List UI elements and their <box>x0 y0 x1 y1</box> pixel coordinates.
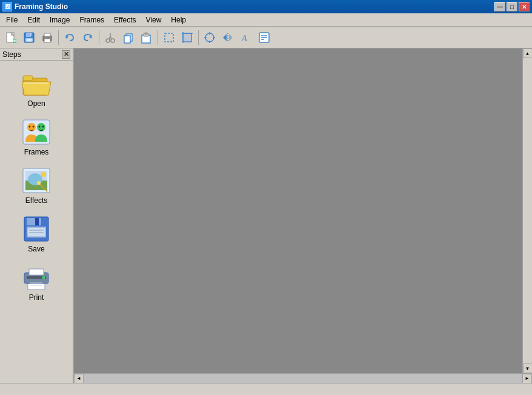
svg-rect-70 <box>29 269 44 275</box>
toolbar-redo-button[interactable] <box>79 29 96 46</box>
toolbar-flip-button[interactable] <box>219 29 236 46</box>
svg-point-53 <box>42 126 44 128</box>
steps-content: Open <box>0 61 73 310</box>
app-title: Framing Studio <box>15 2 68 11</box>
svg-point-51 <box>37 123 45 131</box>
svg-point-48 <box>27 123 36 131</box>
menu-effects[interactable]: Effects <box>109 15 141 25</box>
step-print[interactable]: Print <box>6 261 67 304</box>
svg-point-15 <box>49 37 50 38</box>
maximize-button[interactable]: □ <box>507 2 517 12</box>
menu-image[interactable]: Image <box>45 15 75 25</box>
menu-frames[interactable]: Frames <box>75 15 109 25</box>
svg-rect-63 <box>27 218 41 225</box>
svg-rect-8 <box>26 33 31 37</box>
canvas-area[interactable] <box>74 48 522 373</box>
toolbar-sep-3 <box>158 30 158 45</box>
menu-file[interactable]: File <box>1 15 22 25</box>
svg-point-72 <box>42 276 45 279</box>
main-area: Steps ✕ Open <box>0 48 532 383</box>
svg-point-50 <box>33 126 35 128</box>
svg-rect-27 <box>145 33 147 35</box>
menu-view[interactable]: View <box>141 15 167 25</box>
menu-edit[interactable]: Edit <box>22 15 45 25</box>
svg-rect-11 <box>27 39 32 41</box>
toolbar-crosshair-button[interactable] <box>201 29 218 46</box>
svg-marker-39 <box>229 34 233 41</box>
step-open[interactable]: Open <box>6 67 67 110</box>
toolbar-save-button[interactable] <box>21 29 38 46</box>
svg-rect-65 <box>28 228 45 236</box>
menu-help[interactable]: Help <box>166 15 191 25</box>
step-save[interactable]: Save <box>6 212 67 256</box>
open-label: Open <box>27 99 45 108</box>
svg-rect-14 <box>44 39 50 42</box>
save-label: Save <box>28 245 44 253</box>
svg-text:A: A <box>241 34 247 43</box>
toolbar: A <box>0 27 532 48</box>
save-icon <box>22 214 51 244</box>
steps-header: Steps ✕ <box>0 48 73 61</box>
toolbar-print-button[interactable] <box>39 29 56 46</box>
toolbar-copy-button[interactable] <box>120 29 137 46</box>
steps-panel: Steps ✕ Open <box>0 48 74 383</box>
steps-title: Steps <box>2 50 21 59</box>
toolbar-undo-button[interactable] <box>61 29 78 46</box>
svg-rect-28 <box>165 33 173 42</box>
toolbar-paste-button[interactable] <box>138 29 155 46</box>
steps-close-button[interactable]: ✕ <box>62 50 70 59</box>
vertical-scrollbar[interactable]: ▲ ▼ <box>522 48 532 373</box>
svg-rect-46 <box>23 76 33 81</box>
title-bar-left: 🖼 Framing Studio <box>2 2 68 12</box>
svg-line-21 <box>110 36 111 39</box>
h-scroll-track <box>84 374 522 383</box>
effects-label: Effects <box>25 196 47 205</box>
toolbar-sep-1 <box>58 30 59 45</box>
open-icon <box>22 69 51 98</box>
horizontal-scrollbar[interactable]: ◄ ► <box>74 373 532 383</box>
step-effects[interactable]: Effects <box>6 164 67 207</box>
scroll-up-arrow[interactable]: ▲ <box>523 48 533 58</box>
svg-rect-64 <box>35 218 39 225</box>
svg-rect-24 <box>124 36 130 43</box>
title-bar: 🖼 Framing Studio — □ ✕ <box>0 0 532 13</box>
minimize-button[interactable]: — <box>494 2 505 12</box>
print-icon <box>22 263 51 292</box>
svg-point-49 <box>29 126 31 128</box>
svg-point-32 <box>205 33 214 42</box>
toolbar-rect-select-button[interactable] <box>161 29 178 46</box>
app-icon: 🖼 <box>2 2 12 12</box>
toolbar-new-button[interactable] <box>2 29 19 46</box>
toolbar-text-button[interactable]: A <box>238 29 254 46</box>
svg-point-52 <box>39 126 41 128</box>
status-bar <box>0 383 532 395</box>
step-frames[interactable]: Frames <box>6 115 67 159</box>
frames-label: Frames <box>24 148 49 156</box>
frames-icon <box>22 118 51 147</box>
scroll-left-arrow[interactable]: ◄ <box>74 374 84 383</box>
close-button[interactable]: ✕ <box>519 2 530 12</box>
svg-rect-29 <box>183 33 191 42</box>
svg-rect-9 <box>30 33 32 36</box>
svg-marker-37 <box>223 34 227 41</box>
print-label: Print <box>29 293 44 302</box>
effects-icon <box>22 166 51 195</box>
toolbar-info-button[interactable] <box>256 29 273 46</box>
toolbar-sep-4 <box>198 30 199 45</box>
svg-rect-13 <box>44 33 50 36</box>
title-bar-controls: — □ ✕ <box>494 2 530 12</box>
toolbar-sep-2 <box>99 30 99 45</box>
menu-bar: File Edit Image Frames Effects View Help <box>0 13 532 27</box>
scroll-down-arrow[interactable]: ▼ <box>523 363 533 373</box>
toolbar-crop-button[interactable] <box>179 29 196 46</box>
scroll-right-arrow[interactable]: ► <box>522 374 532 383</box>
svg-point-58 <box>41 172 46 177</box>
toolbar-cut-button[interactable] <box>102 29 119 46</box>
